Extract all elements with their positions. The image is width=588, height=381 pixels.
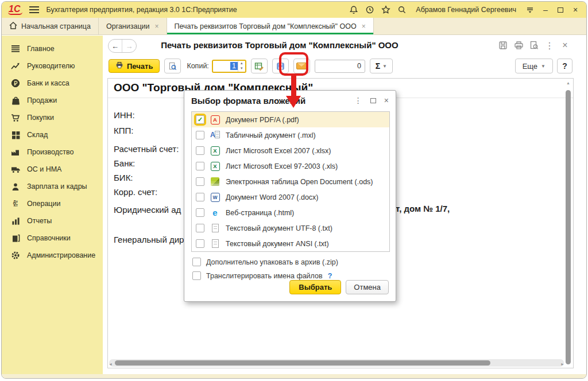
- autosum-button[interactable]: Σ ▼: [370, 59, 393, 73]
- scroll-down-icon[interactable]: ▼: [564, 355, 572, 359]
- checkbox[interactable]: [196, 162, 204, 170]
- more-button[interactable]: Еще ▼: [515, 59, 553, 73]
- checkbox[interactable]: [196, 208, 204, 217]
- history-nav-group: ← →: [108, 39, 137, 53]
- checkbox[interactable]: [196, 224, 204, 232]
- chevron-down-icon: ▼: [541, 64, 546, 69]
- tab-print-requisites[interactable]: Печать реквизитов Торговый дом "Комплекс…: [167, 18, 374, 35]
- checkbox[interactable]: [192, 258, 201, 266]
- sidebar-label: Руководителю: [27, 62, 75, 70]
- sidebar-label: ОС и НМА: [27, 165, 61, 173]
- sidebar-item-prodazhi[interactable]: Продажи: [2, 92, 103, 109]
- excel-icon: X: [211, 162, 220, 171]
- sidebar-item-otchety[interactable]: Отчеты: [2, 212, 103, 230]
- sidebar-item-zarplata-i-kadry[interactable]: Зарплата и кадры: [2, 178, 103, 195]
- option-zip[interactable]: Дополнительно упаковать в архив (.zip): [192, 258, 338, 266]
- dialog-close-icon[interactable]: ×: [384, 96, 389, 105]
- close-window-button[interactable]: ×: [570, 6, 581, 14]
- format-label: Текстовый документ ANSI (.txt): [226, 240, 329, 248]
- vertical-scroll-thumb[interactable]: [566, 90, 571, 364]
- print-button[interactable]: Печать: [109, 59, 160, 73]
- more-dots-icon[interactable]: ⋮: [544, 40, 555, 50]
- format-row-ods[interactable]: Электронная таблица Open Document (.ods): [192, 174, 389, 189]
- copies-label: Копий:: [187, 62, 208, 70]
- format-row-txt-utf8[interactable]: Текстовый документ UTF-8 (.txt): [192, 220, 389, 236]
- checkbox-checked[interactable]: ✓: [196, 115, 204, 124]
- save-icon[interactable]: [498, 40, 508, 50]
- scroll-up-icon[interactable]: ▲: [564, 81, 572, 85]
- search-icon[interactable]: [396, 4, 408, 15]
- select-button[interactable]: Выбрать: [289, 280, 341, 294]
- page-setup-button[interactable]: [251, 59, 268, 73]
- checkbox[interactable]: [196, 239, 204, 248]
- gear-icon: [10, 251, 21, 260]
- format-row-docx[interactable]: W Документ Word 2007 (.docx): [192, 189, 389, 205]
- format-row-xls[interactable]: X Лист Microsoft Excel 97-2003 (.xls): [192, 158, 389, 174]
- format-row-xlsx[interactable]: X Лист Microsoft Excel 2007 (.xlsx): [192, 143, 389, 158]
- sidebar-item-sklad[interactable]: Склад: [2, 126, 103, 143]
- page-title: Печать реквизитов Торговый дом "Комплекс…: [161, 40, 398, 50]
- sidebar-item-proizvodstvo[interactable]: Производство: [2, 143, 103, 161]
- service-menu-icon[interactable]: [524, 4, 536, 15]
- tab-home[interactable]: Начальная страница: [2, 18, 99, 34]
- preview-icon[interactable]: [529, 40, 539, 50]
- format-row-html[interactable]: e Веб-страница (.html): [192, 205, 389, 220]
- sidebar-item-administrirovanie[interactable]: Администрирование: [2, 247, 103, 264]
- sidebar-item-rukovoditelyu[interactable]: Руководителю: [2, 57, 103, 75]
- option-help-link[interactable]: ?: [328, 272, 332, 280]
- printer-icon: [115, 61, 123, 71]
- close-form-icon[interactable]: ×: [560, 40, 570, 50]
- tab-organizations[interactable]: Организации ×: [99, 18, 167, 34]
- checkbox[interactable]: [196, 146, 204, 155]
- minimize-button[interactable]: –: [540, 6, 551, 14]
- sidebar-item-spravochniki[interactable]: Справочники: [2, 230, 103, 247]
- sidebar-label: Продажи: [27, 96, 57, 104]
- star-icon[interactable]: [380, 4, 392, 15]
- current-user-name[interactable]: Абрамов Геннадий Сергеевич: [416, 6, 516, 14]
- scroll-left-icon[interactable]: ◄: [109, 362, 113, 366]
- cancel-button[interactable]: Отмена: [346, 280, 389, 294]
- help-button[interactable]: ?: [557, 59, 572, 73]
- scroll-right-icon[interactable]: ►: [560, 362, 564, 366]
- horizontal-scrollbar[interactable]: ◄ ►: [109, 359, 564, 367]
- dialog-more-dots-icon[interactable]: ⋮: [354, 96, 362, 105]
- checkbox[interactable]: [196, 193, 204, 201]
- maximize-button[interactable]: [555, 6, 566, 14]
- copies-input[interactable]: 1 ▲▼: [212, 60, 246, 73]
- format-row-txt-ansi[interactable]: Текстовый документ ANSI (.txt): [192, 236, 389, 251]
- print-icon[interactable]: [513, 40, 524, 50]
- close-tab-icon[interactable]: ×: [155, 22, 159, 30]
- field-director: Генеральный дир: [114, 235, 184, 244]
- more-button-label: Еще: [523, 62, 537, 71]
- checkbox[interactable]: [196, 131, 204, 139]
- vertical-scrollbar[interactable]: ▲ ▼: [564, 80, 572, 359]
- format-row-pdf[interactable]: ✓ A Документ PDF/A (.pdf): [192, 112, 389, 127]
- format-row-mxl[interactable]: A Табличный документ (.mxl): [192, 127, 389, 143]
- dialog-maximize-icon[interactable]: [370, 98, 376, 103]
- copies-stepper[interactable]: ▲▼: [238, 61, 245, 72]
- option-transliterate[interactable]: Транслитерировать имена файлов ?: [192, 271, 332, 280]
- checkbox[interactable]: [192, 271, 201, 280]
- print-preview-button[interactable]: [164, 59, 181, 73]
- back-button[interactable]: ←: [109, 40, 122, 52]
- forward-button[interactable]: →: [122, 40, 136, 52]
- close-tab-icon[interactable]: ×: [362, 22, 366, 30]
- sidebar-label: Главное: [27, 45, 55, 53]
- checkbox[interactable]: [196, 177, 204, 186]
- main-menu-icon[interactable]: [29, 6, 39, 13]
- sidebar-item-glavnoe[interactable]: Главное: [2, 40, 103, 57]
- sidebar-item-os-i-nma[interactable]: ОС и НМА: [2, 161, 103, 178]
- bell-icon[interactable]: [348, 4, 359, 15]
- horizontal-scroll-thumb[interactable]: [115, 360, 490, 366]
- sigma-icon: Σ: [376, 61, 380, 71]
- sum-field[interactable]: 0: [315, 60, 365, 73]
- sidebar-item-operacii[interactable]: ДтКт Операции: [2, 195, 103, 212]
- history-icon[interactable]: [364, 4, 376, 15]
- form-header-icons: ⋮ ×: [498, 40, 570, 50]
- format-label: Лист Microsoft Excel 2007 (.xlsx): [226, 147, 331, 155]
- field-legal-address: Юридический ад: [114, 205, 181, 215]
- mxl-icon: A: [210, 130, 220, 140]
- sidebar-item-bank-i-kassa[interactable]: Банк и касса: [2, 75, 103, 92]
- format-list: ✓ A Документ PDF/A (.pdf) A Табличный до…: [191, 111, 390, 252]
- sidebar-item-pokupki[interactable]: Покупки: [2, 109, 103, 126]
